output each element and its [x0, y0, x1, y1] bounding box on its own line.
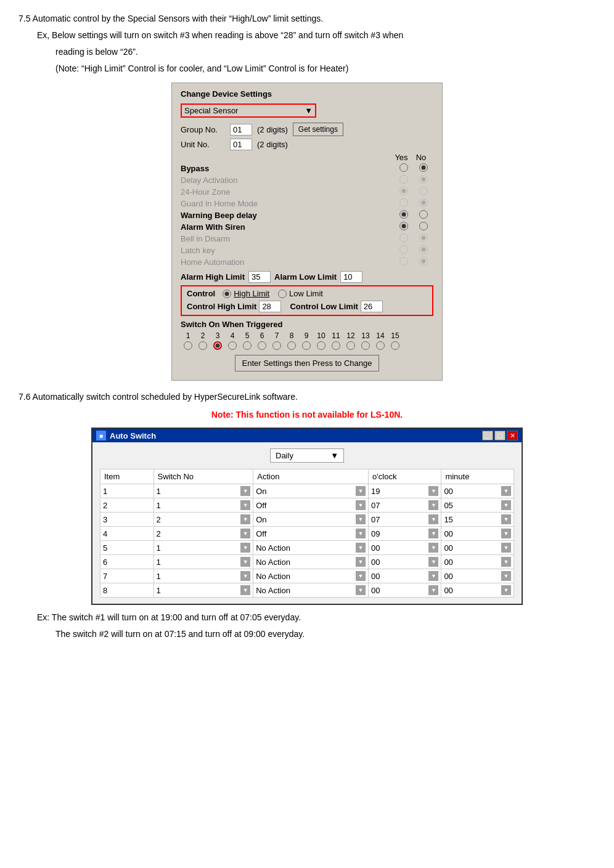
- switch-radio-13[interactable]: [358, 341, 373, 350]
- oclock-dropdown-arrow-icon[interactable]: ▼: [428, 500, 438, 510]
- switch-radio-6[interactable]: [255, 341, 269, 350]
- cell-minute-7[interactable]: 00▼: [441, 569, 514, 583]
- cell-action-7[interactable]: No Action▼: [253, 569, 369, 583]
- cell-oclock-1[interactable]: 19▼: [369, 484, 441, 498]
- beep-yes-radio[interactable]: [399, 210, 408, 219]
- latch-yes-radio[interactable]: [399, 245, 408, 254]
- cell-minute-5[interactable]: 00▼: [441, 541, 514, 555]
- latch-no-cell[interactable]: [414, 245, 433, 256]
- siren-no-cell[interactable]: [414, 222, 433, 232]
- unit-no-input[interactable]: [230, 139, 252, 150]
- latch-yes-cell[interactable]: [394, 245, 414, 256]
- cell-switch-5[interactable]: 1▼: [154, 541, 253, 555]
- action-dropdown-arrow-icon[interactable]: ▼: [356, 543, 366, 553]
- alarm-low-input[interactable]: [340, 271, 362, 283]
- alarm-high-input[interactable]: [248, 271, 271, 283]
- group-no-input[interactable]: [230, 124, 252, 136]
- switch-dropdown-arrow-icon[interactable]: ▼: [240, 500, 250, 510]
- cell-switch-3[interactable]: 2▼: [154, 513, 253, 527]
- guard-no-cell[interactable]: [414, 198, 433, 209]
- action-dropdown-arrow-icon[interactable]: ▼: [356, 514, 366, 524]
- cell-oclock-5[interactable]: 00▼: [369, 541, 441, 555]
- low-limit-radio[interactable]: [278, 290, 287, 298]
- cell-minute-8[interactable]: 00▼: [441, 583, 514, 598]
- switch-radio-14[interactable]: [373, 341, 388, 350]
- 24hr-no-radio[interactable]: [419, 187, 428, 195]
- cell-minute-2[interactable]: 05▼: [441, 498, 514, 513]
- cell-action-1[interactable]: On▼: [253, 484, 369, 498]
- beep-yes-cell[interactable]: [394, 210, 414, 221]
- action-dropdown-arrow-icon[interactable]: ▼: [356, 585, 366, 595]
- switch-radio-12[interactable]: [343, 341, 358, 350]
- switch-radio-5[interactable]: [240, 341, 255, 350]
- switch-radio-10[interactable]: [314, 341, 329, 350]
- high-limit-radio[interactable]: [223, 290, 231, 298]
- delay-no-radio[interactable]: [419, 175, 428, 184]
- switch-radio-15[interactable]: [388, 341, 403, 350]
- switch-radio-3[interactable]: [210, 341, 225, 350]
- cell-action-6[interactable]: No Action▼: [253, 555, 369, 569]
- cell-action-8[interactable]: No Action▼: [253, 583, 369, 598]
- bell-yes-cell[interactable]: [394, 233, 414, 244]
- oclock-dropdown-arrow-icon[interactable]: ▼: [428, 529, 438, 538]
- oclock-dropdown-arrow-icon[interactable]: ▼: [428, 557, 438, 567]
- close-button[interactable]: ✕: [507, 431, 518, 440]
- delay-no-cell[interactable]: [414, 175, 433, 185]
- cell-minute-4[interactable]: 00▼: [441, 527, 514, 541]
- oclock-dropdown-arrow-icon[interactable]: ▼: [428, 585, 438, 595]
- oclock-dropdown-arrow-icon[interactable]: ▼: [428, 486, 438, 496]
- bell-no-cell[interactable]: [414, 233, 433, 244]
- cell-minute-1[interactable]: 00▼: [441, 484, 514, 498]
- switch-radio-7[interactable]: [269, 341, 284, 350]
- latch-no-radio[interactable]: [419, 245, 428, 254]
- minimize-button[interactable]: _: [482, 431, 493, 440]
- action-dropdown-arrow-icon[interactable]: ▼: [356, 557, 366, 567]
- bypass-yes-cell[interactable]: [394, 163, 414, 174]
- switch-dropdown-arrow-icon[interactable]: ▼: [240, 486, 250, 496]
- action-dropdown-arrow-icon[interactable]: ▼: [356, 500, 366, 510]
- cell-oclock-3[interactable]: 07▼: [369, 513, 441, 527]
- daily-select[interactable]: Daily ▼: [270, 448, 344, 463]
- cell-action-2[interactable]: Off▼: [253, 498, 369, 513]
- cell-oclock-2[interactable]: 07▼: [369, 498, 441, 513]
- guard-yes-cell[interactable]: [394, 198, 414, 209]
- oclock-dropdown-arrow-icon[interactable]: ▼: [428, 514, 438, 524]
- switch-dropdown-arrow-icon[interactable]: ▼: [240, 557, 250, 567]
- control-low-input[interactable]: [361, 301, 383, 312]
- 24hr-no-cell[interactable]: [414, 187, 433, 197]
- bypass-no-cell[interactable]: [414, 163, 433, 174]
- siren-yes-cell[interactable]: [394, 222, 414, 232]
- cell-oclock-4[interactable]: 09▼: [369, 527, 441, 541]
- cell-switch-8[interactable]: 1▼: [154, 583, 253, 598]
- cell-oclock-6[interactable]: 00▼: [369, 555, 441, 569]
- home-auto-yes-cell[interactable]: [394, 257, 414, 267]
- enter-settings-button[interactable]: Enter Settings then Press to Change: [235, 355, 379, 371]
- cell-oclock-8[interactable]: 00▼: [369, 583, 441, 598]
- minute-dropdown-arrow-icon[interactable]: ▼: [501, 571, 511, 581]
- home-auto-no-radio[interactable]: [419, 257, 428, 266]
- bell-yes-radio[interactable]: [399, 233, 408, 242]
- switch-dropdown-arrow-icon[interactable]: ▼: [240, 514, 250, 524]
- control-high-input[interactable]: [259, 301, 281, 312]
- minute-dropdown-arrow-icon[interactable]: ▼: [501, 514, 511, 524]
- cell-switch-1[interactable]: 1▼: [154, 484, 253, 498]
- switch-radio-4[interactable]: [225, 341, 240, 350]
- minute-dropdown-arrow-icon[interactable]: ▼: [501, 543, 511, 553]
- minute-dropdown-arrow-icon[interactable]: ▼: [501, 486, 511, 496]
- cell-minute-6[interactable]: 00▼: [441, 555, 514, 569]
- switch-radio-1[interactable]: [181, 341, 195, 350]
- oclock-dropdown-arrow-icon[interactable]: ▼: [428, 571, 438, 581]
- cell-switch-7[interactable]: 1▼: [154, 569, 253, 583]
- cell-minute-3[interactable]: 15▼: [441, 513, 514, 527]
- minute-dropdown-arrow-icon[interactable]: ▼: [501, 529, 511, 538]
- minute-dropdown-arrow-icon[interactable]: ▼: [501, 585, 511, 595]
- beep-no-cell[interactable]: [414, 210, 433, 221]
- bell-no-radio[interactable]: [419, 233, 428, 242]
- bypass-no-radio[interactable]: [419, 163, 428, 172]
- 24hr-yes-cell[interactable]: [394, 187, 414, 197]
- switch-radio-11[interactable]: [329, 341, 343, 350]
- switch-dropdown-arrow-icon[interactable]: ▼: [240, 571, 250, 581]
- beep-no-radio[interactable]: [419, 210, 428, 219]
- action-dropdown-arrow-icon[interactable]: ▼: [356, 486, 366, 496]
- switch-radio-9[interactable]: [299, 341, 314, 350]
